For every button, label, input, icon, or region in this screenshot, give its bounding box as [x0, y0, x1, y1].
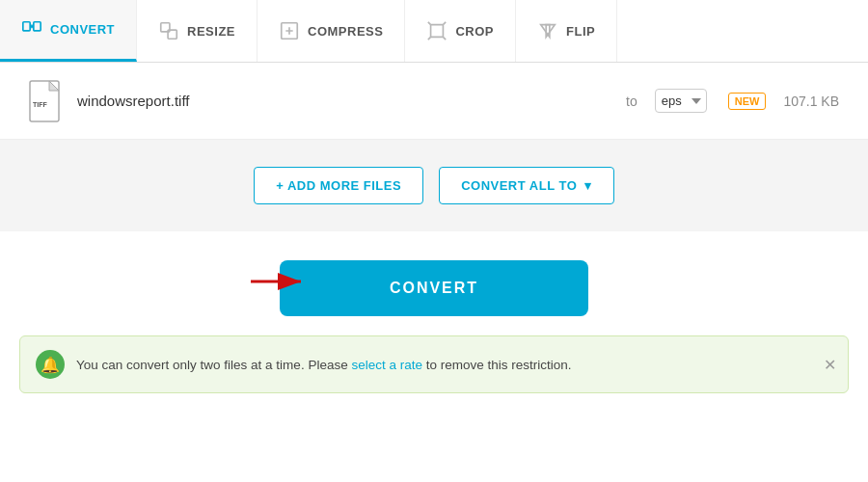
- notification-icon: 🔔: [36, 350, 65, 379]
- nav-label-flip: FLIP: [566, 24, 595, 39]
- notif-text-after: to remove this restriction.: [426, 358, 572, 372]
- crop-icon: [426, 20, 448, 41]
- notification-text: You can convert only two files at a time…: [76, 358, 572, 372]
- svg-text:TIFF: TIFF: [33, 101, 47, 108]
- convert-icon: [21, 19, 42, 40]
- svg-rect-0: [23, 21, 30, 30]
- select-rate-link[interactable]: select a rate: [351, 358, 422, 372]
- add-more-files-button[interactable]: + ADD MORE FILES: [254, 167, 423, 204]
- file-size: 107.1 KB: [783, 94, 839, 109]
- svg-rect-1: [34, 21, 41, 30]
- nav-label-convert: CONVERT: [50, 22, 115, 37]
- notification-close-button[interactable]: ✕: [824, 356, 836, 374]
- convert-all-button[interactable]: CONVERT ALL TO ▾: [439, 167, 614, 204]
- file-row: TIFF windowsreport.tiff to eps jpg png p…: [29, 80, 839, 122]
- arrow-indicator: [251, 267, 309, 300]
- nav-label-crop: CROP: [455, 24, 494, 39]
- resize-icon: [158, 20, 179, 41]
- convert-all-label: CONVERT ALL TO: [461, 178, 577, 193]
- nav-item-resize[interactable]: RESIZE: [137, 0, 258, 62]
- svg-rect-5: [431, 25, 444, 38]
- to-label: to: [626, 94, 637, 109]
- nav-label-compress: COMPRESS: [308, 24, 383, 39]
- compress-icon: [279, 20, 300, 41]
- file-area: TIFF windowsreport.tiff to eps jpg png p…: [0, 63, 868, 140]
- notification-bar: 🔔 You can convert only two files at a ti…: [19, 335, 849, 393]
- main-nav: CONVERT RESIZE COMPRESS CROP FLIP: [0, 0, 868, 63]
- action-area: + ADD MORE FILES CONVERT ALL TO ▾: [0, 140, 868, 231]
- nav-item-compress[interactable]: COMPRESS: [258, 0, 405, 62]
- nav-label-resize: RESIZE: [187, 24, 235, 39]
- nav-item-crop[interactable]: CROP: [405, 0, 516, 62]
- chevron-down-icon: ▾: [584, 178, 592, 193]
- svg-marker-7: [546, 25, 555, 38]
- convert-main-button[interactable]: CONVERT: [280, 260, 588, 316]
- nav-item-convert[interactable]: CONVERT: [0, 0, 137, 62]
- new-badge: NEW: [728, 93, 767, 110]
- nav-item-flip[interactable]: FLIP: [516, 0, 617, 62]
- tiff-file-icon: TIFF: [29, 80, 66, 122]
- file-name: windowsreport.tiff: [77, 93, 614, 109]
- convert-area: CONVERT: [0, 231, 868, 335]
- flip-icon: [537, 20, 558, 41]
- notif-text-before: You can convert only two files at a time…: [76, 358, 348, 372]
- format-select[interactable]: eps jpg png pdf gif bmp: [655, 89, 707, 113]
